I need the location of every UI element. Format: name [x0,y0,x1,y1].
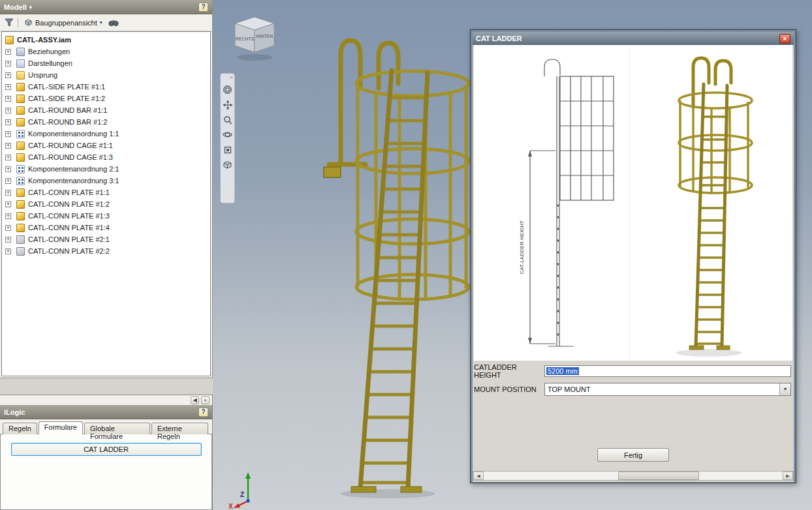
expand-plus-icon[interactable]: + [5,237,11,243]
tree-item[interactable]: + Komponentenanordnung 1:1 [2,128,210,140]
dialog-close-icon[interactable]: × [779,34,790,44]
ilogic-tab[interactable]: Externe Regeln [151,423,208,434]
chevron-down-icon[interactable]: ▾ [29,5,32,10]
dialog-client-area: CAT-LADDER HEIGHT [473,45,794,482]
pan-icon[interactable] [222,99,233,110]
expand-plus-icon[interactable]: + [5,108,11,113]
navbar-close-icon[interactable]: × [230,75,233,80]
tree-item[interactable]: + CATL-CONN PLATE #1:3 [2,210,210,222]
expand-plus-icon[interactable]: + [5,143,11,149]
viewcube-shadow [237,54,272,61]
expand-plus-icon[interactable]: + [5,131,11,137]
zoom-icon[interactable] [222,114,233,125]
expand-plus-icon[interactable]: + [5,225,11,231]
panel-close-icon[interactable]: × [201,397,210,404]
node-icon [16,118,25,127]
side-plate [324,167,341,177]
scrollbar-track[interactable] [484,472,783,480]
tree-item[interactable]: + CATL-ROUND CAGE #1:1 [2,140,210,151]
scrollbar-thumb[interactable] [618,472,699,480]
expand-plus-icon[interactable]: + [5,72,11,78]
expand-plus-icon[interactable]: + [5,178,11,184]
tree-item[interactable]: + Darstellungen [2,57,210,69]
tree-item[interactable]: + Komponentenanordnung 2:1 [2,163,210,175]
ilogic-tabs: Regeln Formulare Globale Formulare Exter… [0,419,212,434]
node-icon [16,165,25,173]
combo-dropdown-icon[interactable]: ▼ [779,383,790,395]
expand-plus-icon[interactable]: + [5,202,11,207]
node-icon [16,83,25,91]
mount-position-value: TOP MOUNT [545,385,779,393]
view-cube[interactable]: RECHTS HINTEN [227,10,282,65]
ilogic-panel-header: iLogic ? [0,405,212,419]
tree-item[interactable]: + CATL-ROUND BAR #1:2 [2,116,210,128]
model-tree: CATL-ASSY.iam + Beziehungen + Darstellun… [1,31,211,376]
expand-plus-icon[interactable]: + [5,166,11,172]
tree-item[interactable]: + CATL-ROUND BAR #1:1 [2,104,210,116]
node-label: CATL-ROUND CAGE #1:1 [28,142,113,149]
steering-wheel-icon[interactable] [222,84,233,95]
tree-item[interactable]: + CATL-CONN PLATE #2:1 [2,233,210,245]
node-label: CATL-ASSY.iam [17,36,71,44]
tree-item[interactable]: + CATL-ROUND CAGE #1:3 [2,151,210,163]
node-label: CATL-CONN PLATE #1:1 [28,188,110,196]
node-label: Ursprung [28,71,57,79]
panel-collapse-icon[interactable]: ◀ [191,397,199,404]
node-label: CATL-CONN PLATE #2:1 [28,235,110,243]
tree-item[interactable]: + Komponentenanordnung 3:1 [2,175,210,187]
scroll-right-icon[interactable]: ▶ [783,472,793,480]
node-icon [16,48,25,56]
tree-item[interactable]: + CATL-CONN PLATE #1:1 [2,187,210,198]
base-plate [401,487,422,492]
node-icon [16,71,25,80]
cat-ladder-form-button[interactable]: CAT LADDER [11,443,202,456]
tree-item[interactable]: + CATL-SIDE PLATE #1:2 [2,93,210,104]
chevron-down-icon: ▾ [100,20,102,25]
tree-item[interactable]: + CATL-CONN PLATE #1:2 [2,198,210,210]
help-icon[interactable]: ? [198,3,208,12]
node-icon [16,95,25,103]
search-binoculars-icon[interactable] [108,19,119,27]
expand-plus-icon[interactable]: + [5,190,11,196]
help-icon[interactable]: ? [198,408,208,417]
scroll-left-icon[interactable]: ◀ [473,472,484,480]
tree-item[interactable]: + Ursprung [2,69,210,81]
view-selector[interactable]: Baugruppenansicht ▾ [22,18,104,27]
ilogic-tab[interactable]: Regeln [3,423,37,434]
node-icon [16,200,25,209]
ilogic-tab[interactable]: Formulare [39,421,83,434]
orbit-icon[interactable] [222,129,233,140]
assembly-view-icon [24,18,33,27]
tree-item[interactable]: + Beziehungen [2,46,210,57]
height-field-row: CATLADDER HEIGHT 5200 mm [474,365,791,378]
x-axis-label: X [228,503,233,510]
dialog-title: CAT LADDER [476,35,522,42]
y-axis-dot [246,499,249,502]
model-browser-panel: Modell ▾ ? Baugruppenansicht ▾ [0,0,213,378]
ladder-2d-drawing: CAT-LADDER HEIGHT [475,45,629,361]
filter-funnel-icon[interactable] [5,18,14,27]
preview-divider [629,48,630,358]
expand-plus-icon[interactable]: + [5,84,11,90]
expand-plus-icon[interactable]: + [5,96,11,102]
done-button[interactable]: Fertig [597,448,669,462]
dialog-title-bar[interactable]: CAT LADDER × [473,32,794,45]
expand-plus-icon[interactable]: + [5,248,11,254]
expand-plus-icon[interactable]: + [5,49,11,55]
tree-item[interactable]: + CATL-CONN PLATE #2:2 [2,245,210,257]
expand-plus-icon[interactable]: + [5,61,11,67]
expand-plus-icon[interactable]: + [5,119,11,125]
view-face-cube-icon[interactable] [222,159,233,170]
expand-plus-icon[interactable]: + [5,155,11,160]
base-plate [351,487,376,492]
look-at-icon[interactable] [222,144,233,155]
tree-item[interactable]: + CATL-CONN PLATE #1:4 [2,222,210,233]
ilogic-tab[interactable]: Globale Formulare [84,423,150,434]
tree-item[interactable]: CATL-ASSY.iam [2,34,210,46]
z-axis-arrow [245,472,251,479]
height-field-label: CATLADDER HEIGHT [474,363,544,379]
mount-position-select[interactable]: TOP MOUNT ▼ [544,383,791,396]
height-input[interactable]: 5200 mm [544,365,791,377]
expand-plus-icon[interactable]: + [5,213,11,219]
tree-item[interactable]: + CATL-SIDE PLATE #1:1 [2,81,210,93]
